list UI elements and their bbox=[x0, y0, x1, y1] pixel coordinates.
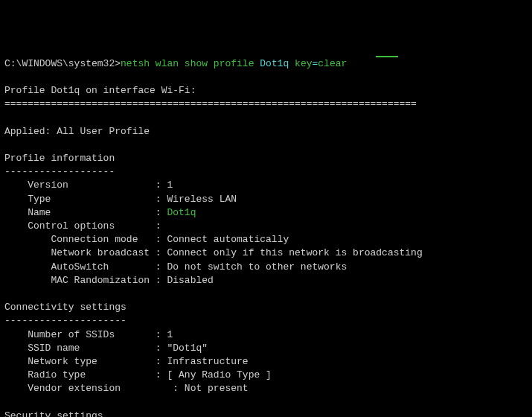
profile-header: Profile Dot1q on interface Wi-Fi: bbox=[4, 84, 528, 98]
kv-row-profile-0: Version : 1 bbox=[4, 179, 528, 192]
command-opt-key: key bbox=[295, 58, 312, 69]
kv-row-connectivity-1: SSID name : "Dot1q" bbox=[4, 342, 528, 355]
kv-row-connectivity-3: Radio type : [ Any Radio Type ] bbox=[4, 369, 528, 382]
kv-row-profile-4: Connection mode : Connect automatically bbox=[4, 233, 528, 246]
kv-row-profile-6: AutoSwitch : Do not switch to other netw… bbox=[4, 261, 528, 274]
command-name: netsh wlan show profile bbox=[121, 58, 254, 69]
kv-row-profile-1: Type : Wireless LAN bbox=[4, 193, 528, 206]
prompt-path: C:\WINDOWS\system32> bbox=[4, 58, 121, 69]
kv-row-profile-7: MAC Randomization : Disabled bbox=[4, 274, 528, 287]
command-arg-profile: Dot1q bbox=[260, 58, 289, 69]
terminal-output: C:\WINDOWS\system32>netsh wlan show prof… bbox=[4, 57, 528, 417]
applied-line: Applied: All User Profile bbox=[4, 125, 528, 139]
command-prompt-line: C:\WINDOWS\system32>netsh wlan show prof… bbox=[4, 57, 528, 71]
kv-row-connectivity-0: Number of SSIDs : 1 bbox=[4, 328, 528, 342]
header-rule: ========================================… bbox=[4, 98, 528, 111]
kv-row-connectivity-2: Network type : Infrastructure bbox=[4, 355, 528, 369]
section-rule-profile: ------------------- bbox=[4, 165, 528, 179]
section-title-connectivity: Connectivity settings bbox=[4, 301, 528, 314]
section-title-security: Security settings bbox=[4, 410, 528, 417]
kv-row-profile-3: Control options : bbox=[4, 220, 528, 233]
cursor-glyph bbox=[376, 56, 398, 57]
command-opt-value: clear bbox=[318, 58, 347, 69]
profile-name-value: Dot1q bbox=[167, 207, 196, 218]
section-rule-connectivity: --------------------- bbox=[4, 314, 528, 328]
kv-row-profile-5: Network broadcast : Connect only if this… bbox=[4, 246, 528, 260]
kv-row-connectivity-4: Vendor extension : Not present bbox=[4, 382, 528, 395]
section-title-profile: Profile information bbox=[4, 152, 528, 165]
kv-row-profile-2: Name : Dot1q bbox=[4, 206, 528, 220]
